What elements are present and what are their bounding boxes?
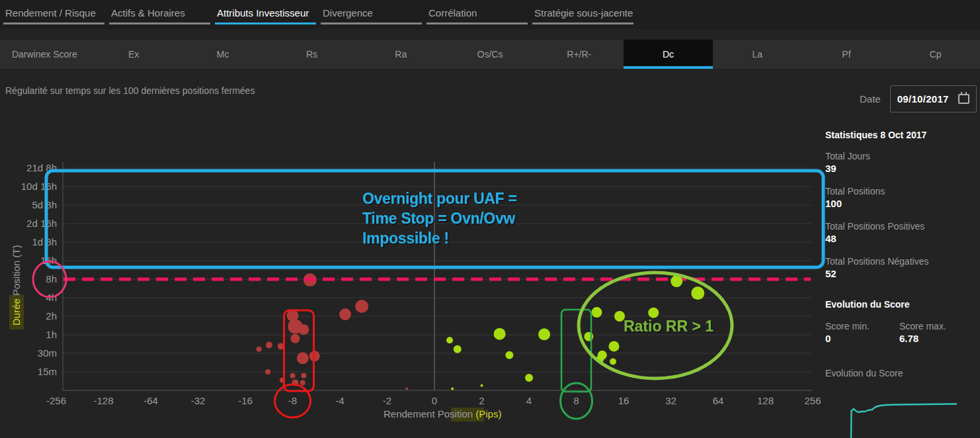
date-control: Date 09/10/2017 [860,85,977,112]
x-tick: -8 [288,395,297,406]
stat-label: Total Positions Positives [825,221,976,232]
y-tick: 8h [46,273,57,285]
x-tick: 0 [432,395,437,406]
score-evolution-chart [825,382,961,438]
overnight-note-line: Impossible ! [362,230,449,247]
x-tick: -2 [383,395,391,406]
metric-tab-darwinex-score[interactable]: Darwinex Score [0,40,89,69]
stat-value: 100 [825,198,976,209]
svg-text:Rendement Position (Pips): Rendement Position (Pips) [384,408,501,419]
score-curve [836,404,957,438]
date-picker[interactable]: 09/10/2017 [890,85,977,112]
metric-tab-la[interactable]: La [713,40,802,69]
y-axis-title: Durée Position (T) [9,245,24,329]
metric-tab-dc[interactable]: Dc [624,40,713,69]
stats-sidebar: Statistiques 8 Oct 2017 Total Jours39Tot… [825,130,976,438]
series-negative [257,273,409,390]
tab-actifs-horaires[interactable]: Actifs & Horaires [109,0,210,24]
date-label: Date [860,93,881,105]
score-minmax: Score min. 0 Score max. 6.78 [825,321,976,356]
x-tick: 16 [618,395,630,406]
date-value[interactable]: 09/10/2017 [897,93,949,105]
tab-attributs-investisseur[interactable]: Attributs Investisseur [215,0,316,24]
primary-tabs: Rendement / RisqueActifs & HorairesAttri… [0,0,980,29]
calendar-icon[interactable] [958,94,969,104]
metric-tab-r-r[interactable]: R+/R- [534,40,624,69]
metric-tab-pf[interactable]: Pf [802,40,891,69]
tab-strat-gie-sous-jacente[interactable]: Stratégie sous-jacente [532,0,633,24]
stat-value: 39 [825,163,976,174]
y-tick: 15m [38,366,57,377]
score-section-title: Evolution du Score [825,299,976,310]
overnight-note-line: Overnight pour UAF = [362,190,517,207]
x-tick: 128 [757,395,774,406]
x-tick: 64 [713,395,724,406]
metric-tab-mc[interactable]: Mc [178,40,267,69]
stat-value: 48 [825,233,976,244]
y-tick: 30m [38,347,57,359]
metric-tab-ex[interactable]: Ex [89,40,179,69]
tab-rendement-risque[interactable]: Rendement / Risque [3,0,104,24]
scatter-plot: 21d 8h10d 16h5d 8h2d 16h1d 8h16h8h4h2h1h… [0,152,825,437]
stat-value: 52 [825,268,976,279]
y-tick: 1h [46,329,57,340]
x-tick: -16 [238,395,253,406]
stats-list: Total Jours39Total Positions100Total Pos… [825,151,976,279]
tab-corr-lation[interactable]: Corrélation [427,0,528,24]
score-max-value: 6.78 [899,333,973,344]
svg-text:Durée Position (T): Durée Position (T) [11,245,22,326]
y-tick: 2d 16h [26,218,57,229]
score-chart-label: Evolution du Score [825,368,976,378]
x-axis-title: Rendement Position (Pips) [384,408,501,421]
score-min-value: 0 [825,333,899,344]
chart-subtitle: Régularité sur temps sur les 100 dernièr… [5,85,255,96]
y-tick: 1d 8h [32,236,57,247]
ratio-rr-label: Ratio RR > 1 [624,318,714,335]
app-root: Rendement / RisqueActifs & HorairesAttri… [0,0,980,438]
tab-divergence[interactable]: Divergence [321,0,422,24]
x-tick: -64 [143,395,158,406]
stat-label: Total Positions [825,186,976,197]
stat-label: Total Positions Négatives [825,256,976,267]
x-tick: -4 [335,395,344,406]
score-min-label: Score min. [825,321,899,331]
stat-total-positions: Total Positions100 [825,186,976,209]
y-tick: 5d 8h [32,199,57,210]
x-tick: -32 [191,395,206,406]
y-tick: 10d 16h [21,181,57,192]
metric-tab-rs[interactable]: Rs [267,40,356,69]
metric-tab-ra[interactable]: Ra [356,40,446,69]
stat-total-positions-positives: Total Positions Positives48 [825,221,976,244]
x-tick: 4 [526,395,532,406]
x-tick: -256 [46,395,66,406]
annotations: Overnight pour UAF =Time Stop = Ovn/OvwI… [33,171,823,419]
metric-tab-os-cs[interactable]: Os/Cs [446,40,535,69]
stats-title: Statistiques 8 Oct 2017 [825,130,976,140]
x-tick: 256 [804,395,821,406]
stat-total-positions-n-gatives: Total Positions Négatives52 [825,256,976,279]
metric-tab-cp[interactable]: Cp [891,40,980,69]
score-max-label: Score max. [899,321,973,331]
metric-tabs: Darwinex ScoreExMcRsRaOs/CsR+/R-DcLaPfCp [0,40,980,69]
stat-label: Total Jours [825,151,976,161]
x-tick: 2 [479,395,484,406]
x-tick: -128 [93,395,113,406]
x-tick: 32 [665,395,676,406]
x-tick: 8 [573,395,579,406]
overnight-note-line: Time Stop = Ovn/Ovw [362,210,515,227]
y-tick: 2h [46,310,57,322]
stat-total-jours: Total Jours39 [825,151,976,174]
